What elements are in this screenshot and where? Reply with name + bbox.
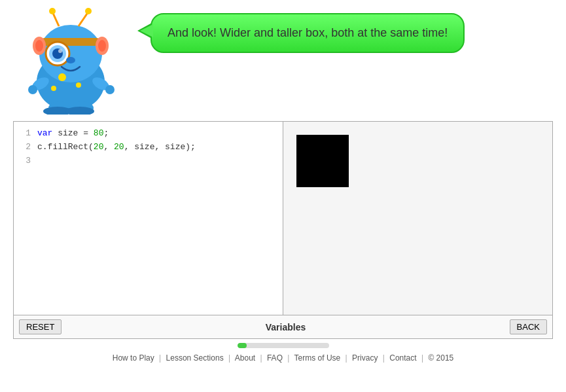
footer-copyright: © 2015 [428, 353, 453, 363]
header-area: And look! Wider and taller box, both at … [0, 0, 566, 121]
footer-link-contact[interactable]: Contact [389, 353, 416, 363]
svg-point-16 [58, 73, 66, 81]
svg-point-8 [98, 40, 106, 52]
svg-point-17 [51, 86, 56, 91]
canvas-rect [296, 135, 349, 187]
svg-point-12 [49, 8, 56, 14]
footer-link-faq[interactable]: FAQ [267, 353, 283, 363]
svg-point-6 [58, 49, 62, 53]
progress-container [0, 343, 566, 348]
svg-point-10 [35, 40, 43, 52]
svg-point-15 [66, 57, 75, 63]
progress-bar-background [238, 343, 329, 348]
svg-point-18 [76, 82, 81, 88]
bottom-bar: RESET Variables BACK [14, 315, 552, 338]
footer-link-lesson-sections[interactable]: Lesson Sections [166, 353, 224, 363]
progress-bar-fill [238, 343, 247, 348]
mascot [13, 7, 144, 115]
svg-point-21 [28, 85, 37, 94]
code-line-3: 3 [14, 154, 283, 168]
code-line-1: 1 var size = 80; [14, 127, 283, 141]
variables-label: Variables [266, 322, 306, 332]
reset-button[interactable]: RESET [19, 319, 62, 334]
editor-container: 1 var size = 80; 2 c.fillRect(20, 20, si… [13, 121, 553, 339]
footer-link-how-to-play[interactable]: How to Play [113, 353, 154, 363]
canvas-panel [283, 122, 552, 315]
code-panel[interactable]: 1 var size = 80; 2 c.fillRect(20, 20, si… [14, 122, 283, 315]
footer: How to Play | Lesson Sections | About | … [0, 351, 566, 365]
speech-text: And look! Wider and taller box, both at … [168, 26, 448, 40]
svg-point-14 [85, 8, 92, 14]
footer-link-about[interactable]: About [235, 353, 255, 363]
code-line-2: 2 c.fillRect(20, 20, size, size); [14, 141, 283, 154]
editor-panels: 1 var size = 80; 2 c.fillRect(20, 20, si… [14, 122, 552, 315]
footer-link-terms[interactable]: Terms of Use [294, 353, 341, 363]
back-button[interactable]: BACK [510, 319, 547, 334]
svg-point-22 [105, 85, 115, 94]
speech-bubble: And look! Wider and taller box, both at … [150, 13, 465, 53]
footer-link-privacy[interactable]: Privacy [352, 353, 378, 363]
